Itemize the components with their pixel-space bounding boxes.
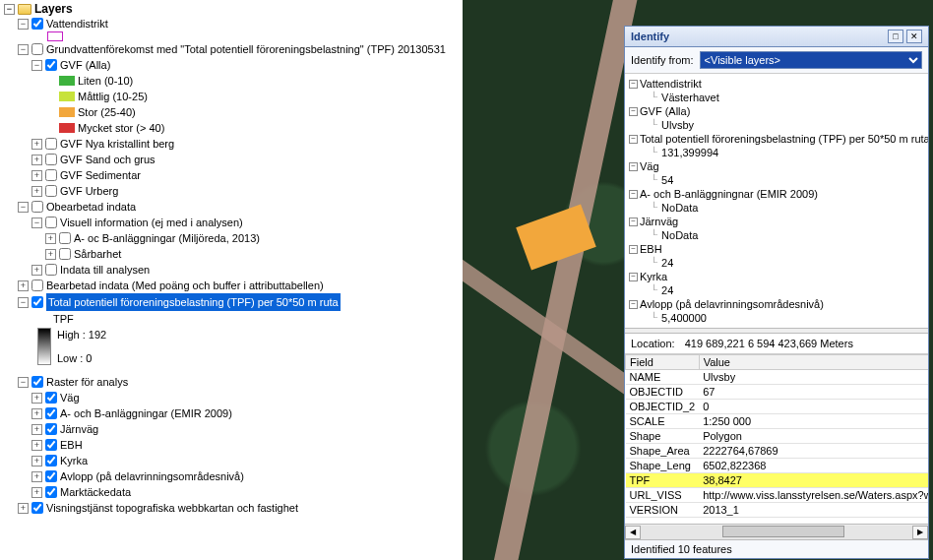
layer-checkbox[interactable] bbox=[59, 248, 71, 260]
layer-gvf-alla[interactable]: − GVF (Alla) bbox=[4, 57, 459, 73]
collapse-icon[interactable]: − bbox=[629, 245, 638, 254]
dropdown-button[interactable]: □ bbox=[888, 30, 903, 43]
collapse-icon[interactable]: − bbox=[4, 4, 15, 15]
identify-tree-item[interactable]: −Järnväg bbox=[629, 215, 924, 228]
expand-icon[interactable]: + bbox=[18, 503, 29, 514]
table-row[interactable]: SCALE1:250 000 bbox=[626, 414, 929, 429]
layer-gvf-nya[interactable]: +GVF Nya kristallint berg bbox=[4, 136, 459, 152]
layer-jarnvag[interactable]: +Järnväg bbox=[4, 421, 459, 437]
scrollbar-track[interactable] bbox=[641, 526, 912, 539]
identify-tree-item[interactable]: −A- och B-anläggningnar (EMIR 2009) bbox=[629, 187, 924, 201]
expand-icon[interactable]: + bbox=[31, 170, 42, 181]
layer-obearbetad[interactable]: −Obearbetad indata bbox=[4, 199, 459, 215]
table-row[interactable]: OBJECTID_20 bbox=[626, 400, 929, 414]
field-header[interactable]: Field bbox=[626, 355, 700, 370]
layer-visuell[interactable]: −Visuell information (ej med i analysen) bbox=[4, 215, 459, 230]
expand-icon[interactable]: + bbox=[31, 408, 42, 419]
identify-tree-item[interactable]: −EBH bbox=[629, 242, 924, 256]
layer-checkbox[interactable] bbox=[45, 486, 57, 498]
layer-checkbox[interactable] bbox=[45, 264, 57, 276]
expand-icon[interactable]: + bbox=[31, 424, 42, 435]
identify-tree-item[interactable]: −Kyrka bbox=[629, 270, 924, 283]
layer-checkbox[interactable] bbox=[45, 59, 57, 71]
layer-sarbarhet[interactable]: +Sårbarhet bbox=[4, 246, 459, 262]
expand-icon[interactable]: + bbox=[18, 280, 29, 291]
collapse-icon[interactable]: − bbox=[18, 377, 29, 388]
collapse-icon[interactable]: − bbox=[629, 273, 638, 281]
table-row[interactable]: OBJECTID67 bbox=[626, 385, 929, 400]
identify-tree-item[interactable]: −Väg bbox=[629, 159, 924, 173]
identify-tree-item[interactable]: −Vattendistrikt bbox=[629, 77, 924, 91]
identify-tree-leaf[interactable]: └54 bbox=[629, 173, 924, 187]
layer-kyrka[interactable]: +Kyrka bbox=[4, 453, 459, 468]
identify-tree-leaf[interactable]: └131,399994 bbox=[629, 146, 924, 159]
layer-gvf-sed[interactable]: +GVF Sedimentar bbox=[4, 167, 459, 183]
table-row[interactable]: NAMEUlvsby bbox=[626, 370, 929, 385]
identify-tree-leaf[interactable]: └24 bbox=[629, 256, 924, 270]
collapse-icon[interactable]: − bbox=[629, 135, 638, 144]
identify-tree-leaf[interactable]: └5,400000 bbox=[629, 311, 924, 325]
identify-tree[interactable]: −Vattendistrikt └Västerhavet −GVF (Alla)… bbox=[625, 74, 928, 328]
layer-checkbox[interactable] bbox=[45, 217, 57, 228]
layer-bearbetad[interactable]: +Bearbetad indata (Med poäng och buffer … bbox=[4, 278, 459, 293]
layer-checkbox[interactable] bbox=[45, 455, 57, 467]
table-row[interactable]: URL_VISShttp://www.viss.lansstyrelsen.se… bbox=[626, 488, 929, 503]
layer-vattendistrikt[interactable]: − Vattendistrikt bbox=[4, 16, 459, 31]
scrollbar-thumb[interactable] bbox=[722, 526, 844, 537]
scroll-left-button[interactable]: ◀ bbox=[625, 526, 641, 539]
layer-vag[interactable]: +Väg bbox=[4, 390, 459, 405]
collapse-icon[interactable]: − bbox=[629, 190, 638, 199]
layer-gvf-sand[interactable]: +GVF Sand och grus bbox=[4, 152, 459, 167]
identify-tree-leaf[interactable]: └NoData bbox=[629, 201, 924, 215]
layer-ab-emir[interactable]: +A- och B-anläggningar (EMIR 2009) bbox=[4, 405, 459, 421]
layer-checkbox[interactable] bbox=[45, 423, 57, 435]
table-row[interactable]: VERSION2013_1 bbox=[626, 503, 929, 518]
layer-checkbox[interactable] bbox=[31, 376, 43, 388]
table-row[interactable]: ShapePolygon bbox=[626, 429, 929, 444]
expand-icon[interactable]: + bbox=[45, 233, 56, 244]
expand-icon[interactable]: + bbox=[31, 487, 42, 498]
identify-tree-leaf[interactable]: └24 bbox=[629, 283, 924, 297]
layer-visning[interactable]: +Visningstjänst topografiska webbkartan … bbox=[4, 500, 459, 516]
expand-icon[interactable]: + bbox=[45, 249, 56, 260]
layer-checkbox[interactable] bbox=[45, 185, 57, 197]
expand-icon[interactable]: + bbox=[31, 265, 42, 276]
collapse-icon[interactable]: − bbox=[18, 44, 29, 55]
collapse-icon[interactable]: − bbox=[31, 60, 42, 71]
layer-checkbox[interactable] bbox=[31, 18, 43, 30]
identify-from-select[interactable]: <Visible layers> bbox=[700, 51, 922, 69]
layer-marktacke[interactable]: +Marktäckedata bbox=[4, 484, 459, 500]
table-row[interactable]: Shape_Area2222764,67869 bbox=[626, 444, 929, 459]
layer-checkbox[interactable] bbox=[45, 154, 57, 165]
collapse-icon[interactable]: − bbox=[18, 19, 29, 30]
collapse-icon[interactable]: − bbox=[31, 218, 42, 228]
layer-checkbox[interactable] bbox=[31, 43, 43, 55]
expand-icon[interactable]: + bbox=[31, 456, 42, 467]
layer-checkbox[interactable] bbox=[45, 439, 57, 451]
collapse-icon[interactable]: − bbox=[629, 80, 638, 89]
collapse-icon[interactable]: − bbox=[18, 297, 29, 308]
layer-checkbox[interactable] bbox=[31, 280, 43, 291]
horizontal-scrollbar[interactable]: ◀ ▶ bbox=[625, 524, 928, 539]
layer-indata[interactable]: +Indata till analysen bbox=[4, 262, 459, 278]
identify-tree-item[interactable]: −Total potentiell föroreningsbelastning … bbox=[629, 132, 924, 146]
close-button[interactable]: ✕ bbox=[906, 30, 922, 43]
collapse-icon[interactable]: − bbox=[18, 202, 29, 213]
scroll-right-button[interactable]: ▶ bbox=[912, 526, 928, 539]
expand-icon[interactable]: + bbox=[31, 155, 42, 165]
layer-checkbox[interactable] bbox=[45, 470, 57, 482]
identify-tree-item[interactable]: −GVF (Alla) bbox=[629, 104, 924, 118]
layer-gvf-urb[interactable]: +GVF Urberg bbox=[4, 183, 459, 199]
expand-icon[interactable]: + bbox=[31, 139, 42, 150]
identify-tree-leaf[interactable]: └NoData bbox=[629, 228, 924, 242]
layer-checkbox[interactable] bbox=[31, 502, 43, 514]
layer-ebh[interactable]: +EBH bbox=[4, 437, 459, 453]
layer-checkbox[interactable] bbox=[59, 232, 71, 244]
layer-avlopp[interactable]: +Avlopp (på delavrinningsområdesnivå) bbox=[4, 468, 459, 484]
identify-tree-leaf[interactable]: └Västerhavet bbox=[629, 91, 924, 104]
expand-icon[interactable]: + bbox=[31, 186, 42, 197]
layer-checkbox[interactable] bbox=[31, 296, 43, 308]
layer-checkbox[interactable] bbox=[31, 201, 43, 213]
collapse-icon[interactable]: − bbox=[629, 218, 638, 226]
layer-checkbox[interactable] bbox=[45, 407, 57, 419]
